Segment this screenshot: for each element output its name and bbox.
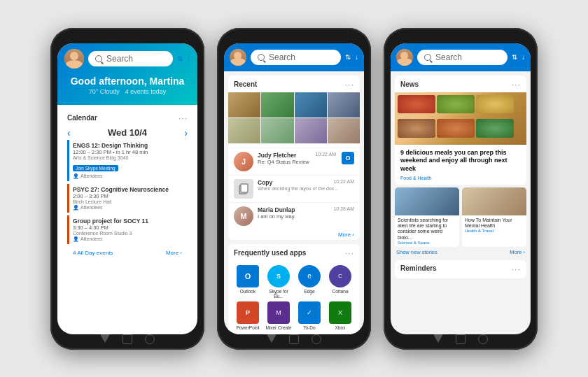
main-news-card[interactable]: 9 delicious meals you can prep this week… (395, 92, 526, 185)
main-news-body: 9 delicious meals you can prep this week… (395, 145, 526, 185)
calendar-header: Calendar ··· (67, 113, 188, 123)
main-news-image (395, 92, 526, 145)
news-small-2[interactable]: How To Maintain Your Mental Health Healt… (462, 187, 526, 248)
back-button[interactable] (433, 334, 443, 343)
search-placeholder: Search (435, 52, 500, 62)
news-small-2-category: Health & Travel (465, 229, 524, 233)
app-edge[interactable]: e Edge (295, 265, 323, 299)
news-main-section: News ··· (395, 76, 526, 185)
food-collage (395, 92, 526, 145)
app-cortana[interactable]: C Cortana (326, 265, 354, 299)
recents-button[interactable] (312, 334, 321, 344)
search-bar[interactable]: Search (88, 51, 173, 66)
news-small-grid: Scientists searching for alien life are … (395, 187, 526, 248)
filter-icon[interactable]: ↓ (522, 53, 525, 61)
calendar-more-dots[interactable]: ··· (178, 113, 188, 123)
back-button[interactable] (100, 334, 110, 343)
outlook-icon: O (342, 152, 354, 164)
join-skype-button[interactable]: Join Skype Meeting (73, 165, 118, 171)
photo-2 (261, 92, 293, 118)
avatar (230, 49, 246, 66)
event-1-time: 12:00 – 2:30 PM • in 1 hr 48 min (73, 149, 188, 155)
email-item-3[interactable]: M Maria Dunlap 10:28 AM I am on my way. (228, 202, 360, 229)
phone-1-topbar: Search ⇅ ↓ (64, 49, 190, 69)
email-item-2[interactable]: Copy 10:22 AM When deciding the layou of… (228, 175, 360, 202)
prev-arrow[interactable]: ‹ (67, 127, 71, 138)
search-bar-3[interactable]: Search (417, 50, 507, 65)
news-small-1-image (395, 187, 459, 215)
email-3-subject: I am on my way. (258, 213, 354, 220)
back-button[interactable] (267, 334, 276, 343)
photo-5 (228, 118, 260, 143)
news-small-2-title: How To Maintain Your Mental Health (465, 218, 524, 229)
phone-1: Search ⇅ ↓ Good afternoon, Martina 70° C… (50, 28, 204, 350)
svg-rect-1 (241, 184, 248, 192)
app-mixer-label: Mixer Create (265, 325, 291, 330)
event-3: Group project for SOCY 11 3:30 – 4:30 PM… (67, 215, 188, 244)
reminders-title: Reminders (400, 264, 437, 274)
reminders-more-dots[interactable]: ··· (512, 264, 521, 274)
phone-3-content: Search ⇅ ↓ News ··· (391, 43, 531, 334)
app-skype[interactable]: S Skype for Bu... (265, 265, 293, 299)
phone-3-nav-bar (433, 334, 488, 344)
event-3-title: Group project for SOCY 11 (73, 218, 188, 225)
event-2-attendees: 👤Attendees (73, 205, 188, 211)
filter-icon[interactable]: ↓ (355, 53, 358, 61)
filter-icon[interactable]: ↓ (187, 55, 190, 62)
news-more-link[interactable]: More › (510, 249, 525, 255)
app-powerpoint[interactable]: P PowerPoint (234, 301, 262, 330)
app-ppt-label: PowerPoint (236, 325, 259, 330)
app-xbox[interactable]: X Xbox (326, 301, 354, 330)
show-new-stories-link[interactable]: Show new stories (396, 249, 438, 255)
news-header: News ··· (395, 76, 526, 92)
news-more-dots[interactable]: ··· (512, 80, 521, 90)
recent-more-dots[interactable]: ··· (345, 80, 354, 90)
event-1: ENGS 12: Design Thinking 12:00 – 2:30 PM… (67, 140, 188, 181)
app-todo[interactable]: ✓ To-Do (295, 301, 323, 330)
recent-more-link[interactable]: More › (228, 229, 360, 240)
calendar-more-link[interactable]: More › (166, 250, 182, 256)
email-1-content: Judy Fletcher 10:22 AM Re: Q4 Status Rev… (258, 152, 336, 165)
search-bar-2[interactable]: Search (251, 50, 341, 65)
home-button[interactable] (289, 334, 299, 344)
avatar-image (64, 49, 84, 69)
event-1-attendees: 👤Attendees (73, 173, 188, 179)
search-icon (95, 55, 102, 62)
all-day-events-link[interactable]: 4 All Day events (73, 250, 113, 256)
phone-3: Search ⇅ ↓ News ··· (384, 28, 538, 350)
sort-icon[interactable]: ⇅ (345, 53, 351, 61)
recents-button[interactable] (478, 334, 488, 344)
recents-button[interactable] (145, 334, 155, 344)
email-item-1[interactable]: J Judy Fletcher 10:22 AM Re: Q4 Status R… (228, 148, 360, 175)
judy-avatar: J (234, 152, 253, 171)
apps-more-dots[interactable]: ··· (345, 248, 354, 258)
email-1-sender: Judy Fletcher (258, 152, 296, 159)
email-2-time: 10:22 AM (333, 179, 354, 186)
app-outlook[interactable]: O Outlook (234, 265, 262, 299)
sort-icon[interactable]: ⇅ (177, 55, 183, 62)
event-1-location: Arts & Science Bldg 3040 (73, 155, 188, 160)
outlook-app-icon: O (237, 265, 259, 287)
event-2-time: 2:00 – 3:30 PM (73, 193, 188, 199)
next-arrow[interactable]: › (184, 127, 188, 138)
sort-icon[interactable]: ⇅ (512, 53, 517, 61)
news-small-1-title: Scientists searching for alien life are … (398, 218, 456, 241)
phone-2-nav-bar (267, 334, 321, 344)
calendar-footer: 4 All Day events More › (67, 247, 188, 259)
food-6 (476, 119, 514, 138)
app-mixer[interactable]: M Mixer Create (265, 301, 293, 330)
photo-8 (328, 118, 360, 143)
reminders-card: Reminders ··· (395, 260, 526, 278)
app-xbox-label: Xbox (335, 325, 346, 330)
home-button[interactable] (122, 334, 132, 344)
news-small-2-body: How To Maintain Your Mental Health Healt… (462, 215, 526, 236)
home-button[interactable] (456, 334, 465, 344)
food-1 (398, 95, 435, 114)
event-2-title: PSYC 27: Cognitive Neuroscience (73, 186, 188, 193)
main-news-category: Food & Health (400, 176, 521, 180)
recent-header: Recent ··· (228, 76, 360, 92)
email-3-content: Maria Dunlap 10:28 AM I am on my way. (258, 206, 354, 220)
phone-2-topbar: Search ⇅ ↓ (224, 43, 364, 71)
news-small-1[interactable]: Scientists searching for alien life are … (395, 187, 459, 248)
photo-7 (295, 118, 327, 143)
